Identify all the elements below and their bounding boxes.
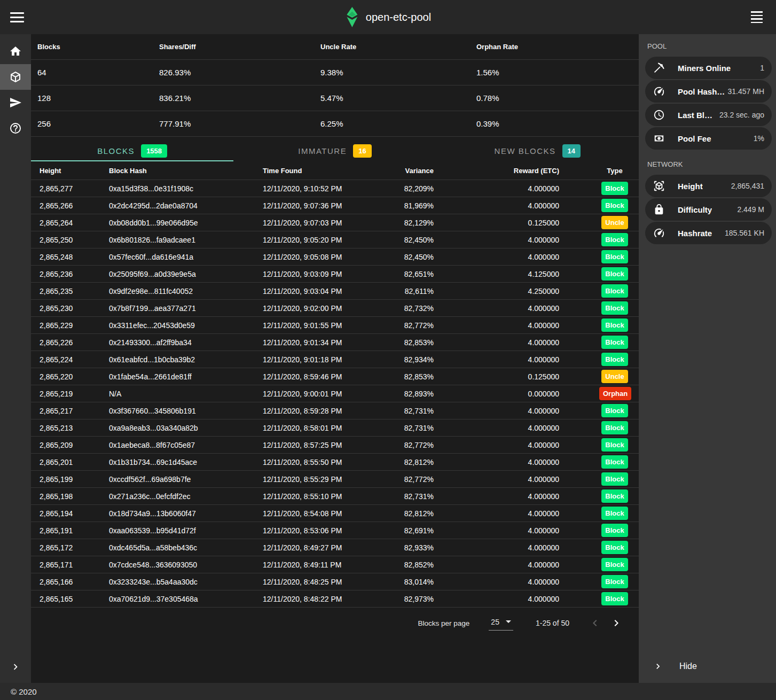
home-icon bbox=[9, 45, 22, 58]
cell-type: Block bbox=[559, 472, 630, 486]
pool-stat-item: Pool Hashrate31.457 MH bbox=[645, 80, 772, 103]
tab-immature[interactable]: IMMATURE16 bbox=[233, 141, 436, 161]
stats-cell: 836.21% bbox=[159, 94, 320, 103]
cell-reward: 4.000000 bbox=[434, 458, 559, 466]
cell-reward: 0.125000 bbox=[434, 219, 559, 227]
type-badge: Block bbox=[601, 592, 628, 605]
stats-header-cell: Shares/Diff bbox=[159, 43, 320, 51]
cell-var: 82,450% bbox=[370, 253, 434, 261]
cell-reward: 4.000000 bbox=[434, 321, 559, 330]
sidebar-expand-button[interactable] bbox=[0, 651, 31, 683]
network-stat-item: Difficulty2.449 M bbox=[645, 198, 772, 221]
cell-time: 12/11/2020, 9:01:34 PM bbox=[263, 338, 370, 347]
cell-reward: 4.000000 bbox=[434, 236, 559, 244]
chevron-right-icon bbox=[610, 617, 623, 629]
hide-panel-button[interactable]: Hide bbox=[645, 650, 772, 683]
type-badge: Block bbox=[601, 421, 628, 434]
cell-var: 82,772% bbox=[370, 441, 434, 449]
type-badge: Block bbox=[601, 558, 628, 571]
chevron-down-icon bbox=[506, 620, 511, 623]
cell-type: Block bbox=[559, 524, 630, 537]
luck-stats-table: BlocksShares/DiffUncle RateOrphan Rate64… bbox=[31, 34, 639, 137]
next-page-button[interactable] bbox=[606, 612, 627, 634]
cell-time: 12/11/2020, 9:10:52 PM bbox=[263, 184, 370, 193]
stat-label: Pool Hashrate bbox=[678, 87, 726, 96]
cell-type: Block bbox=[559, 455, 630, 469]
cell-reward: 4.000000 bbox=[434, 595, 559, 603]
cell-height: 2,865,248 bbox=[40, 253, 109, 261]
per-page-select[interactable]: 25 bbox=[489, 616, 513, 631]
right-menu-icon[interactable] bbox=[745, 5, 769, 29]
cube-icon bbox=[9, 71, 22, 83]
type-badge: Block bbox=[601, 507, 628, 520]
stat-value: 185.561 KH bbox=[723, 229, 764, 237]
cell-var: 82,731% bbox=[370, 492, 434, 501]
table-row: 2,865,1710x7cdce548...363609305012/11/20… bbox=[31, 556, 639, 573]
pool-stat-item: Last Block Fo…23.2 sec. ago bbox=[645, 104, 772, 126]
brand: open-etc-pool bbox=[345, 6, 431, 28]
menu-icon[interactable] bbox=[4, 4, 30, 30]
cell-var: 82,209% bbox=[370, 184, 434, 193]
cell-reward: 0.000000 bbox=[434, 390, 559, 398]
sidebar-item-help[interactable] bbox=[0, 115, 31, 141]
send-icon bbox=[9, 96, 22, 109]
cell-height: 2,865,201 bbox=[40, 458, 109, 466]
cell-time: 12/11/2020, 8:48:25 PM bbox=[263, 578, 370, 586]
stats-row: 128836.21%5.47%0.78% bbox=[31, 85, 639, 111]
table-row: 2,865,2260x21493300...af2ff9ba3412/11/20… bbox=[31, 334, 639, 351]
cell-type: Block bbox=[559, 318, 630, 332]
cell-time: 12/11/2020, 8:59:28 PM bbox=[263, 407, 370, 415]
type-badge: Block bbox=[601, 489, 628, 503]
tab-new-blocks[interactable]: NEW BLOCKS14 bbox=[436, 141, 639, 161]
table-row: 2,865,2090x1aebeca8...8f67c05e8712/11/20… bbox=[31, 437, 639, 454]
cell-var: 82,853% bbox=[370, 372, 434, 381]
cell-reward: 4.125000 bbox=[434, 270, 559, 278]
cell-time: 12/11/2020, 8:49:27 PM bbox=[263, 543, 370, 552]
stats-cell: 256 bbox=[37, 119, 159, 128]
table-row: 2,865,219N/A12/11/2020, 9:00:01 PM82,893… bbox=[31, 385, 639, 402]
cell-var: 82,611% bbox=[370, 287, 434, 295]
cell-height: 2,865,213 bbox=[40, 424, 109, 432]
type-badge: Uncle bbox=[601, 370, 628, 383]
table-row: 2,865,1720xdc465d5a...a58beb436c12/11/20… bbox=[31, 539, 639, 556]
sidebar-item-payments[interactable] bbox=[0, 90, 31, 115]
table-row: 2,865,2640xb08dd0b1...99e066d95e12/11/20… bbox=[31, 214, 639, 231]
cell-time: 12/11/2020, 9:05:08 PM bbox=[263, 253, 370, 261]
chevron-left-icon bbox=[589, 617, 601, 629]
cube-scan-icon bbox=[653, 180, 665, 192]
stat-label: Difficulty bbox=[678, 205, 712, 214]
hide-label: Hide bbox=[679, 662, 697, 671]
type-badge: Block bbox=[601, 524, 628, 537]
cell-height: 2,865,264 bbox=[40, 219, 109, 227]
cell-time: 12/11/2020, 8:49:11 PM bbox=[263, 561, 370, 569]
cell-reward: 4.000000 bbox=[434, 253, 559, 261]
type-badge: Block bbox=[601, 182, 628, 195]
cell-height: 2,865,172 bbox=[40, 543, 109, 552]
cell-type: Uncle bbox=[559, 370, 630, 383]
cell-reward: 4.000000 bbox=[434, 543, 559, 552]
cell-hash: 0x9df2e98e...811fc40052 bbox=[109, 287, 263, 295]
copyright-text: © 2020 bbox=[11, 687, 37, 696]
cell-height: 2,865,224 bbox=[40, 355, 109, 364]
table-row: 2,865,2200x1fabe54a...2661de81ff12/11/20… bbox=[31, 368, 639, 385]
cell-hash: 0x61eabfcd...1b0cba39b2 bbox=[109, 355, 263, 364]
stats-row: 64826.93%9.38%1.56% bbox=[31, 60, 639, 85]
cell-var: 82,731% bbox=[370, 407, 434, 415]
table-row: 2,865,2660x2dc4295d...2dae0a870412/11/20… bbox=[31, 197, 639, 214]
sidebar-item-blocks[interactable] bbox=[0, 64, 31, 90]
cell-height: 2,865,277 bbox=[40, 184, 109, 193]
table-row: 2,865,1650xa70621d9...37e305468a12/11/20… bbox=[31, 590, 639, 608]
cell-hash: 0x57fec60f...da616e941a bbox=[109, 253, 263, 261]
cell-time: 12/11/2020, 9:03:04 PM bbox=[263, 287, 370, 295]
gauge-icon bbox=[653, 227, 665, 239]
cell-type: Block bbox=[559, 489, 630, 503]
cell-hash: 0x271a236c...0efcfdf2ec bbox=[109, 492, 263, 501]
stats-header-cell: Orphan Rate bbox=[476, 43, 632, 51]
tab-blocks[interactable]: BLOCKS1558 bbox=[31, 141, 233, 161]
type-badge: Block bbox=[601, 575, 628, 588]
cell-time: 12/11/2020, 8:54:08 PM bbox=[263, 509, 370, 518]
sidebar-item-home[interactable] bbox=[0, 38, 31, 64]
stats-row: 256777.91%6.25%0.39% bbox=[31, 111, 639, 137]
cell-var: 82,934% bbox=[370, 355, 434, 364]
cell-height: 2,865,166 bbox=[40, 578, 109, 586]
